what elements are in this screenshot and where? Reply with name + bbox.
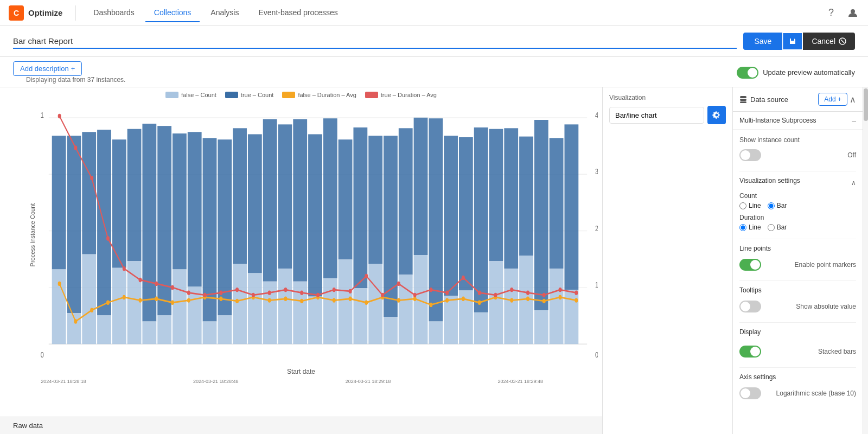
save-icon-button[interactable] bbox=[783, 33, 802, 49]
line-points-toggle-row: Enable point markers bbox=[739, 257, 856, 273]
user-icon[interactable] bbox=[846, 7, 859, 20]
cancel-button[interactable]: Cancel bbox=[803, 33, 855, 50]
svg-rect-22 bbox=[97, 315, 111, 344]
line-points-toggle[interactable] bbox=[739, 259, 761, 271]
svg-rect-25 bbox=[127, 129, 142, 261]
svg-rect-71 bbox=[474, 127, 488, 312]
legend-color-true-count bbox=[225, 92, 238, 98]
viz-settings-collapse[interactable]: ∧ bbox=[851, 179, 856, 187]
svg-text:0m: 0m bbox=[595, 350, 598, 359]
main-nav: Dashboards Collections Analysis Event-ba… bbox=[85, 4, 346, 22]
svg-point-110 bbox=[462, 297, 465, 301]
visualization-panel: Visualization Bar/line chart bbox=[602, 87, 732, 434]
svg-point-134 bbox=[316, 293, 320, 297]
svg-rect-77 bbox=[519, 137, 533, 256]
add-description-button[interactable]: Add description + bbox=[13, 61, 82, 76]
svg-rect-80 bbox=[534, 310, 548, 344]
svg-rect-30 bbox=[157, 315, 171, 344]
help-icon[interactable]: ? bbox=[825, 7, 838, 20]
svg-rect-15 bbox=[52, 136, 66, 269]
x-axis-dates: 2024-03-21 18:28:182024-03-21 18:28:4820… bbox=[0, 378, 602, 417]
svg-point-113 bbox=[510, 298, 513, 302]
svg-point-122 bbox=[123, 266, 126, 271]
legend-color-true-duration bbox=[365, 92, 378, 98]
display-title: Display bbox=[739, 328, 761, 336]
svg-rect-34 bbox=[188, 287, 202, 344]
nav-right: ? bbox=[825, 7, 859, 20]
svg-rect-73 bbox=[489, 129, 503, 261]
svg-rect-42 bbox=[248, 273, 262, 344]
svg-point-92 bbox=[171, 301, 174, 305]
axis-settings-toggle[interactable] bbox=[739, 387, 761, 399]
right-scrollbar[interactable] bbox=[863, 87, 868, 434]
svg-text:2024-03-21 18:28:48: 2024-03-21 18:28:48 bbox=[193, 379, 239, 384]
svg-point-109 bbox=[445, 298, 449, 302]
nav-item-analysis[interactable]: Analysis bbox=[202, 4, 247, 22]
svg-point-102 bbox=[333, 298, 336, 302]
line-points-label: Enable point markers bbox=[795, 261, 856, 269]
chart-type-select[interactable]: Bar/line chart bbox=[609, 107, 704, 124]
svg-point-0 bbox=[851, 9, 855, 14]
svg-rect-39 bbox=[233, 128, 247, 264]
collapse-panel-button[interactable]: ∧ bbox=[850, 94, 856, 105]
count-bar-option[interactable]: Bar bbox=[768, 202, 787, 209]
svg-point-145 bbox=[494, 293, 497, 297]
svg-point-116 bbox=[559, 295, 562, 299]
svg-rect-68 bbox=[444, 296, 458, 344]
save-button[interactable]: Save bbox=[743, 33, 782, 50]
database-icon bbox=[739, 95, 747, 103]
svg-text:1: 1 bbox=[41, 110, 44, 119]
remove-datasource-button[interactable]: – bbox=[852, 116, 856, 125]
svg-point-99 bbox=[284, 297, 287, 301]
count-line-option[interactable]: Line bbox=[739, 202, 761, 209]
x-axis-svg: 2024-03-21 18:28:182024-03-21 18:28:4820… bbox=[37, 378, 570, 417]
duration-line-option[interactable]: Line bbox=[739, 224, 761, 231]
nav-item-event-based[interactable]: Event-based processes bbox=[250, 4, 346, 22]
show-instance-count-section: Show instance count Off bbox=[739, 136, 856, 163]
instance-count-toggle[interactable] bbox=[739, 149, 761, 161]
tooltips-title: Tooltips bbox=[739, 286, 856, 294]
svg-rect-49 bbox=[308, 134, 322, 296]
chart-legend: false – Count true – Count false – Durat… bbox=[0, 87, 602, 103]
tooltips-toggle[interactable] bbox=[739, 301, 761, 312]
svg-point-135 bbox=[333, 288, 336, 292]
duration-label: Duration bbox=[739, 214, 856, 221]
svg-point-108 bbox=[429, 303, 432, 307]
svg-text:2024-03-21 18:29:18: 2024-03-21 18:29:18 bbox=[346, 379, 391, 384]
svg-rect-40 bbox=[233, 264, 247, 344]
svg-point-127 bbox=[203, 293, 207, 297]
svg-point-137 bbox=[365, 274, 368, 278]
add-datasource-button[interactable]: Add + bbox=[818, 93, 847, 106]
svg-rect-26 bbox=[127, 261, 142, 344]
svg-rect-51 bbox=[323, 118, 337, 278]
duration-bar-option[interactable]: Bar bbox=[768, 224, 787, 231]
nav-item-dashboards[interactable]: Dashboards bbox=[85, 4, 143, 22]
update-preview-toggle-row: Update preview automatically bbox=[737, 67, 855, 79]
nav-item-collections[interactable]: Collections bbox=[145, 4, 200, 22]
svg-rect-188 bbox=[740, 101, 746, 103]
axis-settings-toggle-row: Logarithmic scale (base 10) bbox=[739, 385, 856, 401]
svg-rect-187 bbox=[740, 99, 746, 101]
instance-count-state: Off bbox=[847, 151, 856, 159]
svg-rect-50 bbox=[308, 297, 322, 344]
svg-point-98 bbox=[268, 298, 271, 302]
viz-gear-button[interactable] bbox=[707, 106, 726, 124]
update-preview-toggle[interactable] bbox=[737, 67, 758, 79]
svg-rect-38 bbox=[218, 315, 232, 344]
tooltips-toggle-row: Show absolute value bbox=[739, 298, 856, 315]
display-toggle[interactable] bbox=[739, 346, 761, 358]
datasource-header: Data source Add + ∧ bbox=[733, 87, 863, 112]
svg-point-106 bbox=[397, 298, 400, 302]
svg-point-142 bbox=[445, 290, 449, 295]
svg-point-140 bbox=[413, 293, 417, 297]
svg-point-144 bbox=[478, 290, 481, 295]
svg-text:2024-03-21 18:28:18: 2024-03-21 18:28:18 bbox=[41, 379, 86, 384]
svg-point-136 bbox=[349, 289, 352, 293]
svg-rect-46 bbox=[278, 269, 292, 344]
report-title-input[interactable] bbox=[13, 34, 737, 49]
plus-icon: + bbox=[71, 65, 75, 73]
svg-point-146 bbox=[510, 288, 513, 292]
axis-settings-section: Axis settings Logarithmic scale (base 10… bbox=[739, 373, 856, 401]
svg-rect-28 bbox=[142, 322, 156, 344]
svg-rect-79 bbox=[534, 120, 548, 310]
